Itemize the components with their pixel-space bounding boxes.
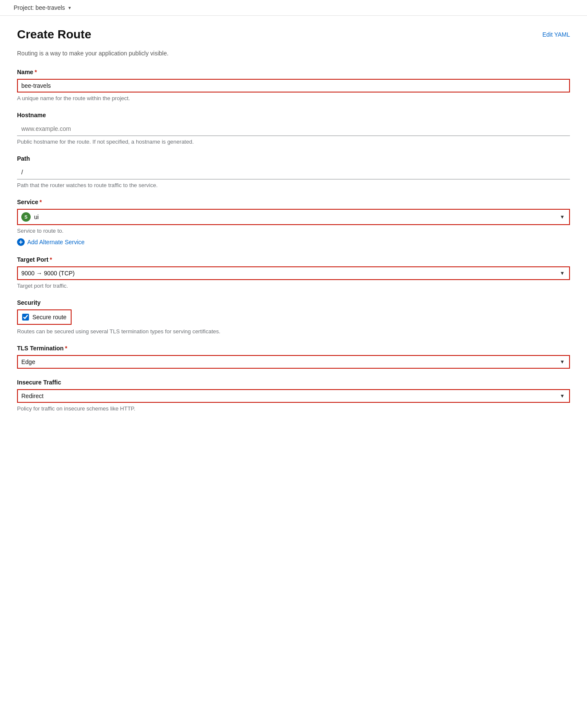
name-section: Name* A unique name for the route within… [17, 69, 570, 101]
service-label: Service* [17, 199, 570, 205]
hostname-section: Hostname Public hostname for the route. … [17, 112, 570, 145]
name-input[interactable] [17, 79, 570, 92]
path-helper: Path that the router watches to route tr… [17, 182, 570, 188]
insecure-traffic-section: Insecure Traffic Allow Redirect None ▼ P… [17, 379, 570, 412]
page-container: Create Route Edit YAML Routing is a way … [0, 16, 587, 434]
tls-termination-label: TLS Termination* [17, 345, 570, 352]
insecure-traffic-select-wrapper: Allow Redirect None ▼ [17, 389, 570, 403]
add-alternate-icon: + [17, 238, 25, 246]
target-port-helper: Target port for traffic. [17, 283, 570, 289]
target-port-select-wrapper: 9000 → 9000 (TCP) ▼ [17, 266, 570, 280]
secure-route-wrapper: Secure route [17, 309, 570, 325]
tls-termination-select-wrapper: Edge Passthrough Re-encrypt ▼ [17, 355, 570, 369]
project-label: Project: bee-travels [14, 4, 65, 11]
project-caret-icon: ▼ [68, 6, 72, 10]
insecure-traffic-select[interactable]: Allow Redirect None [17, 389, 570, 403]
page-title: Create Route [17, 28, 91, 41]
name-label: Name* [17, 69, 570, 75]
add-alternate-service-link[interactable]: + Add Alternate Service [17, 238, 570, 246]
tls-termination-select[interactable]: Edge Passthrough Re-encrypt [17, 355, 570, 369]
secure-route-text: Secure route [32, 314, 66, 321]
service-section: Service* S ui ▼ Service to route to. + A… [17, 199, 570, 246]
add-alternate-label: Add Alternate Service [27, 239, 85, 246]
top-bar: Project: bee-travels ▼ [0, 0, 587, 16]
service-select[interactable]: S ui [17, 209, 570, 225]
secure-route-checkbox[interactable] [22, 314, 29, 321]
path-section: Path Path that the router watches to rou… [17, 155, 570, 188]
path-label: Path [17, 155, 570, 162]
target-port-section: Target Port* 9000 → 9000 (TCP) ▼ Target … [17, 256, 570, 289]
target-port-label: Target Port* [17, 256, 570, 263]
tls-termination-section: TLS Termination* Edge Passthrough Re-enc… [17, 345, 570, 369]
insecure-traffic-label: Insecure Traffic [17, 379, 570, 386]
hostname-label: Hostname [17, 112, 570, 118]
project-selector[interactable]: Project: bee-travels ▼ [14, 4, 72, 11]
security-helper: Routes can be secured using several TLS … [17, 328, 570, 335]
service-value: ui [34, 214, 39, 220]
service-badge: S [21, 212, 31, 222]
page-description: Routing is a way to make your applicatio… [17, 50, 570, 57]
service-select-wrapper: S ui ▼ [17, 209, 570, 225]
hostname-helper: Public hostname for the route. If not sp… [17, 139, 570, 145]
path-input[interactable] [17, 165, 570, 179]
hostname-input[interactable] [17, 122, 570, 136]
security-section: Security Secure route Routes can be secu… [17, 299, 570, 335]
insecure-traffic-helper: Policy for traffic on insecure schemes l… [17, 405, 570, 412]
page-header: Create Route Edit YAML [17, 28, 570, 41]
security-label: Security [17, 299, 570, 306]
target-port-select[interactable]: 9000 → 9000 (TCP) [17, 266, 570, 280]
edit-yaml-link[interactable]: Edit YAML [542, 31, 570, 38]
name-helper: A unique name for the route within the p… [17, 95, 570, 101]
service-helper: Service to route to. [17, 228, 570, 234]
secure-route-label[interactable]: Secure route [17, 309, 72, 325]
